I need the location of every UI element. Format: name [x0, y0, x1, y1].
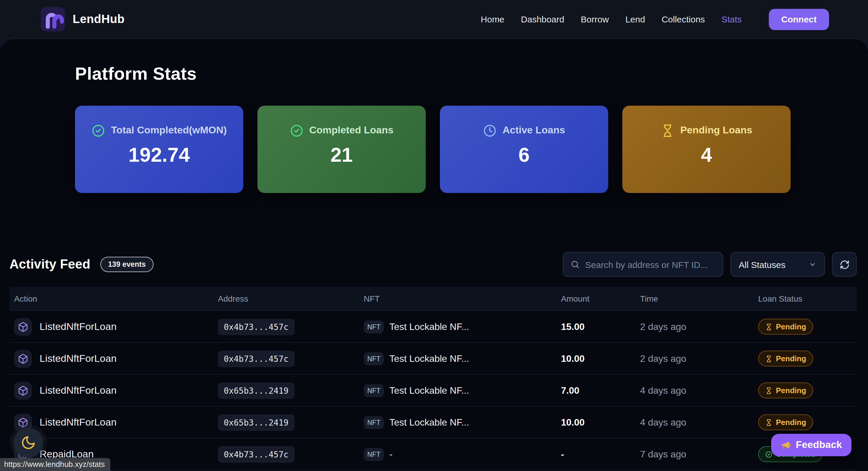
stat-card-label: Total Completed(wMON)	[111, 123, 227, 138]
column-header-nft: NFT	[359, 294, 556, 303]
connect-button[interactable]: Connect	[769, 8, 829, 30]
check-circle-icon	[92, 124, 105, 137]
nav-item-lend[interactable]: Lend	[625, 14, 645, 24]
refresh-icon	[839, 259, 849, 270]
search-input[interactable]	[585, 259, 716, 270]
search-box[interactable]	[563, 252, 723, 277]
action-name: ListedNftForLoan	[39, 321, 117, 333]
address-pill[interactable]: 0x65b3...2419	[218, 414, 294, 431]
column-header-action: Action	[9, 294, 213, 303]
feedback-button[interactable]: Feedback	[771, 434, 851, 456]
top-nav: LendHub HomeDashboardBorrowLendCollectio…	[0, 0, 868, 38]
table-row[interactable]: ListedNftForLoan0x65b3...2419NFTTest Loc…	[9, 406, 857, 438]
lendhub-logo-icon	[41, 7, 65, 31]
action-name: ListedNftForLoan	[39, 353, 117, 365]
nft-tag: NFT	[364, 416, 384, 429]
moon-icon	[21, 435, 36, 450]
activity-table: ActionAddressNFTAmountTimeLoan Status Li…	[9, 287, 857, 471]
time-value: 4 days ago	[640, 417, 686, 428]
status-badge: Pending	[758, 351, 813, 367]
status-badge: Pending	[758, 382, 813, 399]
activity-title-group: Activity Feed 139 events	[9, 257, 154, 272]
chevron-down-icon	[808, 260, 817, 269]
time-value: 2 days ago	[640, 321, 686, 332]
megaphone-icon	[780, 440, 791, 450]
status-label: Pending	[776, 386, 806, 395]
table-row-partial[interactable]	[9, 470, 857, 471]
time-value: 4 days ago	[640, 385, 686, 396]
status-label: Pending	[776, 322, 806, 331]
url-status-tooltip: https://www.lendhub.xyz/stats	[0, 458, 110, 471]
nft-name: Test Lockable NF...	[390, 417, 469, 428]
stat-card-label: Active Loans	[502, 123, 565, 138]
amount-value: -	[561, 449, 564, 460]
action-name: ListedNftForLoan	[39, 384, 117, 396]
status-label: Pending	[776, 418, 806, 427]
stat-card-active-loans: Active Loans6	[440, 106, 608, 193]
nft-tag: NFT	[364, 352, 384, 365]
table-row[interactable]: ListedNftForLoan0x4b73...457cNFTTest Loc…	[9, 310, 857, 342]
nft-name: Test Lockable NF...	[390, 353, 469, 364]
stat-card-pending-loans: Pending Loans4	[622, 106, 790, 193]
brand-name: LendHub	[73, 12, 125, 26]
nav-item-dashboard[interactable]: Dashboard	[521, 14, 564, 24]
nav-item-home[interactable]: Home	[480, 14, 504, 24]
package-icon	[14, 382, 32, 399]
status-filter-select[interactable]: All Statuses	[731, 252, 825, 277]
nft-name: -	[390, 449, 393, 460]
column-header-time: Time	[636, 294, 753, 303]
column-header-loan-status: Loan Status	[753, 294, 857, 303]
nft-name: Test Lockable NF...	[390, 321, 469, 332]
stat-card-value: 4	[701, 143, 712, 166]
column-header-amount: Amount	[556, 294, 636, 303]
stat-card-total-completed-wmon-: Total Completed(wMON)192.74	[75, 106, 243, 193]
table-row[interactable]: ListedNftForLoan0x65b3...2419NFTTest Loc…	[9, 374, 857, 406]
package-icon	[14, 350, 32, 368]
amount-value: 10.00	[561, 417, 585, 428]
time-value: 2 days ago	[640, 353, 686, 364]
stat-card-value: 6	[519, 143, 530, 166]
package-icon	[14, 318, 32, 336]
table-header: ActionAddressNFTAmountTimeLoan Status	[9, 287, 857, 310]
action-name: ListedNftForLoan	[39, 416, 117, 428]
page-title: Platform Stats	[75, 64, 868, 84]
search-icon	[570, 260, 580, 269]
clock-icon	[483, 124, 497, 137]
address-pill[interactable]: 0x4b73...457c	[218, 446, 294, 463]
status-badge: Pending	[758, 319, 813, 335]
check-circle-icon	[290, 124, 303, 137]
activity-header: Activity Feed 139 events All Statuses	[9, 252, 857, 277]
amount-value: 7.00	[561, 385, 579, 396]
nft-tag: NFT	[364, 448, 384, 461]
amount-value: 15.00	[561, 321, 585, 332]
nft-tag: NFT	[364, 384, 384, 397]
nav-item-collections[interactable]: Collections	[662, 14, 705, 24]
nav-items: HomeDashboardBorrowLendCollectionsStatsC…	[480, 8, 829, 30]
table-body: ListedNftForLoan0x4b73...457cNFTTest Loc…	[9, 310, 857, 471]
status-badge: Pending	[758, 414, 813, 430]
dark-mode-toggle[interactable]	[13, 428, 43, 458]
activity-controls: All Statuses	[563, 252, 857, 277]
page: LendHub HomeDashboardBorrowLendCollectio…	[0, 0, 868, 471]
table-row[interactable]: RepaidLoan0x4b73...457cNFT--7 days agoCo…	[9, 438, 857, 470]
refresh-button[interactable]	[832, 252, 857, 277]
table-row[interactable]: ListedNftForLoan0x4b73...457cNFTTest Loc…	[9, 342, 857, 374]
address-pill[interactable]: 0x4b73...457c	[218, 350, 294, 367]
time-value: 7 days ago	[640, 449, 686, 460]
hourglass-icon	[661, 124, 674, 137]
events-count-badge: 139 events	[100, 257, 154, 272]
status-label: Pending	[776, 354, 806, 363]
stat-card-value: 192.74	[128, 143, 190, 166]
nav-item-borrow[interactable]: Borrow	[581, 14, 609, 24]
stat-card-completed-loans: Completed Loans21	[257, 106, 426, 193]
address-pill[interactable]: 0x4b73...457c	[218, 318, 294, 335]
status-filter-value: All Statuses	[739, 259, 785, 270]
brand[interactable]: LendHub	[41, 7, 125, 31]
main-panel: Platform Stats Total Completed(wMON)192.…	[0, 38, 868, 471]
activity-feed-title: Activity Feed	[9, 257, 90, 272]
stat-card-value: 21	[330, 143, 353, 166]
nft-name: Test Lockable NF...	[390, 385, 469, 396]
nav-item-stats[interactable]: Stats	[721, 14, 742, 24]
feedback-label: Feedback	[796, 439, 842, 451]
address-pill[interactable]: 0x65b3...2419	[218, 382, 294, 399]
